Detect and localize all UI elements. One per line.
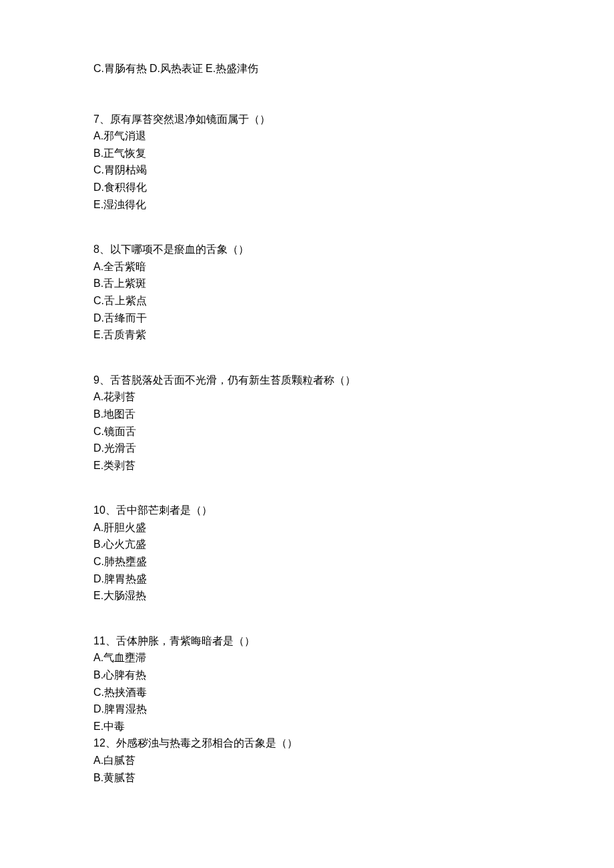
option-e: E.类剥苔 [93,457,521,474]
question-body: 、舌体肿胀，青紫晦暗者是（） [105,635,255,646]
option-content: 全舌紫暗 [103,261,146,272]
option-content: 肝胆火盛 [103,522,146,533]
option-d: D.食积得化 [93,179,521,196]
option-b: B.舌上紫斑 [93,275,521,292]
question-7: 7、原有厚苔突然退净如镜面属于（） A.邪气消退 B.正气恢复 C.胃阴枯竭 D… [93,111,521,213]
option-content: 镜面舌 [104,426,136,437]
question-body: 、以下哪项不是瘀血的舌象（） [99,244,249,255]
option-c: C.镜面舌 [93,423,521,440]
option-c: C.胃阴枯竭 [93,161,521,179]
option-content: 肺热壅盛 [104,556,147,567]
option-content: 脾胃热盛 [104,573,147,584]
option-letter: A. [93,522,103,533]
option-content: 大肠湿热 [103,590,146,601]
option-content: 胃肠有热 [104,63,149,74]
option-content: 黄腻苔 [103,772,135,783]
option-c: C.舌上紫点 [93,292,521,310]
option-letter: B. [93,147,103,159]
option-e: E.湿浊得化 [93,196,521,213]
option-letter: E. [93,590,103,601]
option-letter: B. [93,669,103,681]
option-letter: E. [93,721,103,732]
option-content: 心火亢盛 [103,538,146,550]
question-8: 8、以下哪项不是瘀血的舌象（） A.全舌紫暗 B.舌上紫斑 C.舌上紫点 D.舌… [93,241,521,344]
option-a: A.邪气消退 [93,127,521,145]
option-letter: D. [93,703,104,715]
question-body: 、外感秽浊与热毒之邪相合的舌象是（） [105,737,298,749]
option-content: 花剥苔 [103,391,135,402]
option-letter: E. [93,199,103,210]
option-letter: D. [93,312,104,324]
option-content: 类剥苔 [103,460,135,471]
option-letter: A. [93,261,103,272]
option-content: 气血壅滞 [103,652,146,663]
option-a: A.全舌紫暗 [93,258,521,276]
option-letter: C. [93,687,104,698]
option-letter: D. [93,573,104,584]
question-9: 9、舌苔脱落处舌面不光滑，仍有新生苔质颗粒者称（） A.花剥苔 B.地图舌 C.… [93,372,521,474]
question-number: 10 [93,504,105,516]
question-body: 、原有厚苔突然退净如镜面属于（） [99,113,270,125]
question-body: 、舌苔脱落处舌面不光滑，仍有新生苔质颗粒者称（） [99,374,356,386]
option-content: 胃阴枯竭 [104,164,147,175]
option-b: B.心火亢盛 [93,536,521,553]
question-number: 11 [93,635,105,646]
option-content: 舌质青紫 [103,329,146,340]
question-stem: 8、以下哪项不是瘀血的舌象（） [93,241,521,258]
option-content: 白腻苔 [103,755,135,766]
option-letter: B. [93,538,103,550]
question-stem: 10、舌中部芒刺者是（） [93,502,521,519]
option-e: E.大肠湿热 [93,587,521,604]
option-letter: E. [93,460,103,471]
option-d: D.脾胃湿热 [93,701,521,718]
option-letter: D. [93,181,104,193]
option-b: B.正气恢复 [93,145,521,162]
option-a: A.花剥苔 [93,388,521,406]
option-letter: D. [93,442,104,454]
question-number: 9 [93,374,99,386]
document-page: C.胃肠有热 D.风热表证 E.热盛津伤 7、原有厚苔突然退净如镜面属于（） A… [0,0,614,854]
question-number: 7 [93,113,99,125]
option-content: 中毒 [103,721,125,732]
option-content: 正气恢复 [103,147,146,159]
option-content: 食积得化 [104,181,147,193]
question-12: 12、外感秽浊与热毒之邪相合的舌象是（） A.白腻苔 B.黄腻苔 [93,735,521,786]
option-content: 舌上紫斑 [103,278,146,289]
option-a: A.肝胆火盛 [93,519,521,536]
option-text: C.胃肠有热 D.风热表证 E.热盛津伤 [93,60,521,77]
option-d: D.舌绛而干 [93,310,521,327]
option-content: 湿浊得化 [103,199,146,210]
option-b: B.心脾有热 [93,667,521,684]
question-11: 11、舌体肿胀，青紫晦暗者是（） A.气血壅滞 B.心脾有热 C.热挟酒毒 D.… [93,632,521,735]
option-letter: C. [93,426,104,437]
option-content: 邪气消退 [103,130,146,141]
option-b: B.黄腻苔 [93,769,521,787]
option-letter: B. [93,408,103,420]
option-d: D.脾胃热盛 [93,570,521,588]
option-e: E.舌质青紫 [93,326,521,344]
option-letter: A. [93,652,103,663]
option-a: A.气血壅滞 [93,649,521,667]
option-content: 舌绛而干 [104,312,147,324]
option-content: 热挟酒毒 [104,687,147,698]
question-number: 12 [93,737,105,749]
question-10: 10、舌中部芒刺者是（） A.肝胆火盛 B.心火亢盛 C.肺热壅盛 D.脾胃热盛… [93,502,521,604]
orphan-option-line: C.胃肠有热 D.风热表证 E.热盛津伤 [93,60,521,77]
option-b: B.地图舌 [93,406,521,423]
option-letter: C. [93,556,104,567]
option-content: 脾胃湿热 [104,703,147,715]
question-stem: 9、舌苔脱落处舌面不光滑，仍有新生苔质颗粒者称（） [93,372,521,389]
option-a: A.白腻苔 [93,752,521,769]
option-letter: A. [93,130,103,141]
question-number: 8 [93,244,99,255]
option-letter: E. [93,329,103,340]
question-stem: 12、外感秽浊与热毒之邪相合的舌象是（） [93,735,521,752]
option-letter: E. [206,63,216,74]
option-content: 舌上紫点 [104,295,147,306]
option-e: E.中毒 [93,718,521,735]
option-letter: C. [93,164,104,175]
option-c: C.热挟酒毒 [93,684,521,701]
option-letter: B. [93,772,103,783]
option-content: 风热表证 [160,63,206,74]
option-letter: A. [93,391,103,402]
